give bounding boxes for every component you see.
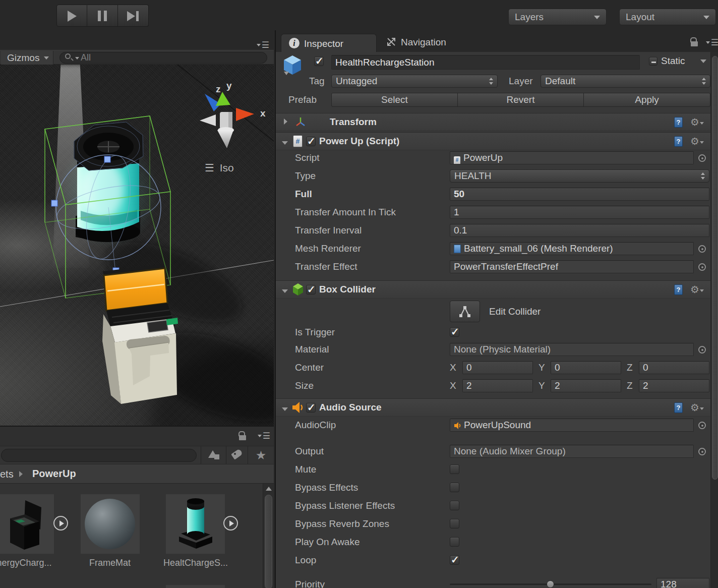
inspector-scrollbar[interactable] — [710, 52, 718, 588]
audioclip-field[interactable]: PowerUpSound — [450, 419, 694, 432]
project-scrollbar-thumb[interactable] — [265, 495, 272, 588]
asset-expand-button[interactable] — [53, 516, 68, 531]
layer-dropdown[interactable]: Default — [541, 75, 710, 88]
project-scrollbar[interactable] — [263, 484, 274, 588]
static-checkbox[interactable] — [649, 57, 657, 66]
inspector-pane-menu-icon[interactable]: ☰ — [706, 37, 718, 48]
foldout-expanded-icon[interactable] — [282, 404, 288, 413]
object-picker-icon[interactable] — [698, 448, 706, 455]
breadcrumb-parent[interactable]: ets — [0, 467, 14, 481]
gameobject-active-checkbox[interactable] — [314, 56, 324, 66]
size-y-field[interactable]: 2 — [551, 379, 621, 392]
prefab-revert-button[interactable]: Revert — [457, 93, 584, 107]
script-field[interactable]: #PowerUp — [450, 151, 694, 164]
tag-dropdown[interactable]: Untagged — [331, 75, 498, 88]
prefab-select-button[interactable]: Select — [331, 93, 458, 107]
boxcollider-enabled-checkbox[interactable] — [306, 285, 316, 295]
loop-checkbox[interactable] — [450, 555, 459, 565]
pause-button[interactable] — [87, 5, 118, 27]
help-icon[interactable]: ? — [674, 402, 683, 413]
tab-inspector[interactable]: i Inspector — [281, 34, 377, 52]
audiosource-header[interactable]: Audio Source ? ⚙ — [276, 398, 710, 417]
project-pane-menu-icon[interactable]: ☰ — [258, 431, 271, 441]
object-picker-icon[interactable] — [698, 346, 706, 354]
prefab-apply-button[interactable]: Apply — [583, 93, 710, 107]
prefab-select-label: Select — [381, 94, 408, 105]
foldout-collapsed-icon[interactable] — [284, 117, 287, 127]
gear-icon[interactable]: ⚙ — [690, 136, 704, 146]
asset-label[interactable]: nergyCharg... — [0, 558, 59, 568]
asset-thumbnail-energycharger[interactable] — [0, 494, 54, 554]
center-z-field[interactable]: 0 — [639, 361, 709, 374]
output-field[interactable]: None (Audio Mixer Group) — [450, 445, 694, 458]
play-button[interactable] — [56, 5, 87, 27]
help-icon[interactable]: ? — [674, 136, 683, 147]
asset-expand-button[interactable] — [223, 516, 238, 531]
lock-icon[interactable] — [239, 435, 246, 440]
inspector-scrollbar-thumb[interactable] — [712, 56, 718, 480]
object-picker-icon[interactable] — [698, 263, 706, 271]
projection-toggle[interactable]: ☰ Iso — [205, 162, 234, 174]
gear-icon[interactable]: ⚙ — [690, 284, 704, 295]
inspector-lock-icon[interactable] — [691, 41, 698, 46]
step-button[interactable] — [118, 5, 149, 27]
foldout-expanded-icon[interactable] — [282, 138, 288, 147]
boxcollider-header[interactable]: Box Collider ? ⚙ — [276, 280, 710, 299]
asset-thumbnail-framemat[interactable] — [81, 494, 140, 554]
powerup-enabled-checkbox[interactable] — [306, 137, 316, 146]
play-on-awake-checkbox[interactable] — [450, 537, 459, 547]
gizmos-dropdown[interactable]: Gizmos — [1, 51, 53, 65]
bypass-reverb-checkbox[interactable] — [450, 519, 459, 528]
scene-viewport[interactable]: z y x ☰ Iso — [0, 65, 274, 426]
asset-thumbnail-healthcharger[interactable] — [166, 494, 225, 554]
gameobject-name-field[interactable]: HealthRechargeStation — [331, 55, 640, 70]
breadcrumb-current[interactable]: PowerUp — [32, 467, 76, 480]
battery-object[interactable] — [58, 122, 159, 249]
gear-icon[interactable]: ⚙ — [690, 402, 704, 413]
object-picker-icon[interactable] — [698, 154, 706, 162]
full-field[interactable]: 50 — [450, 188, 709, 201]
foldout-expanded-icon[interactable] — [282, 286, 288, 295]
is-trigger-checkbox[interactable] — [450, 327, 459, 337]
favorites-button[interactable]: ★ — [248, 446, 274, 464]
transfer-effect-field[interactable]: PowerTransferEffectPref — [450, 260, 694, 273]
mute-checkbox[interactable] — [450, 464, 459, 474]
interval-field[interactable]: 0.1 — [450, 224, 709, 237]
asset-thumbnail-partial[interactable] — [166, 585, 225, 588]
asset-label[interactable]: FrameMat — [75, 558, 145, 568]
transform-header[interactable]: Transform ? ⚙ — [276, 113, 710, 131]
scene-pane-menu-icon[interactable]: ☰ — [257, 40, 270, 50]
edit-collider-button[interactable] — [450, 301, 480, 322]
material-field[interactable]: None (Physic Material) — [450, 343, 694, 356]
scene-search-input[interactable]: All — [59, 52, 267, 64]
center-y-field[interactable]: 0 — [551, 361, 621, 374]
priority-slider-knob[interactable] — [547, 580, 554, 588]
tab-navigation[interactable]: Navigation — [386, 35, 466, 50]
priority-field[interactable]: 128 — [656, 578, 709, 588]
gear-icon[interactable]: ⚙ — [690, 117, 704, 127]
object-picker-icon[interactable] — [698, 422, 706, 429]
search-by-type-button[interactable] — [201, 446, 226, 464]
layout-dropdown[interactable]: Layout — [619, 9, 716, 25]
search-by-label-button[interactable] — [226, 446, 248, 464]
powerup-header[interactable]: # Power Up (Script) ? ⚙ — [276, 132, 710, 150]
asset-label[interactable]: HealtChargeS... — [160, 558, 231, 568]
size-x-field[interactable]: 2 — [462, 379, 533, 392]
bypass-listener-checkbox[interactable] — [450, 501, 459, 510]
tick-field[interactable]: 1 — [450, 206, 709, 219]
static-dropdown-icon[interactable] — [700, 60, 706, 63]
center-x-field[interactable]: 0 — [462, 361, 533, 374]
scroll-up-icon[interactable] — [266, 487, 272, 491]
bypass-effects-checkbox[interactable] — [450, 483, 459, 492]
help-icon[interactable]: ? — [674, 117, 683, 128]
mesh-renderer-field[interactable]: Battery_small_06 (Mesh Renderer) — [450, 242, 694, 255]
project-search-input[interactable] — [1, 449, 197, 462]
size-z-field[interactable]: 2 — [639, 379, 709, 392]
full-value: 50 — [454, 189, 464, 199]
layers-dropdown[interactable]: Layers — [508, 9, 607, 25]
audiosource-enabled-checkbox[interactable] — [306, 403, 316, 413]
type-dropdown[interactable]: HEALTH — [450, 169, 709, 183]
object-picker-icon[interactable] — [698, 245, 706, 253]
help-icon[interactable]: ? — [674, 284, 683, 295]
charging-station-object[interactable] — [102, 264, 178, 404]
